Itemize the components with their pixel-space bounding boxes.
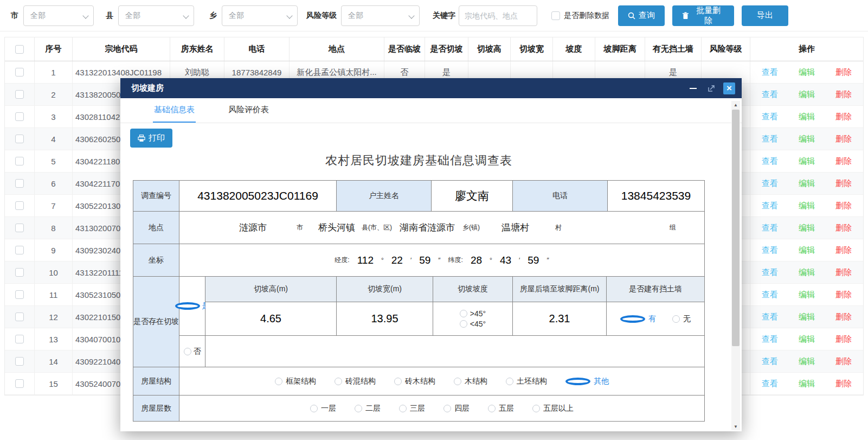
edit-link[interactable]: 编辑 (799, 90, 815, 100)
row-checkbox[interactable] (15, 379, 24, 388)
row-checkbox[interactable] (15, 135, 24, 143)
view-link[interactable]: 查看 (762, 134, 778, 144)
township-select[interactable]: 全部 (222, 5, 298, 26)
risk-select[interactable]: 全部 (341, 5, 420, 26)
edit-link[interactable]: 编辑 (799, 134, 815, 144)
view-link[interactable]: 查看 (762, 245, 778, 256)
view-link[interactable]: 查看 (762, 178, 778, 189)
row-checkbox[interactable] (15, 68, 24, 76)
view-link[interactable]: 查看 (762, 90, 778, 100)
delete-link[interactable]: 删除 (835, 290, 852, 300)
radio-button[interactable] (506, 378, 513, 385)
row-checkbox[interactable] (15, 157, 24, 165)
dialog-scrollbar[interactable]: ▲ ▼ (731, 101, 740, 430)
delete-link[interactable]: 删除 (835, 312, 852, 322)
print-button[interactable]: 打印 (130, 129, 172, 148)
row-checkbox[interactable] (15, 201, 24, 210)
radio-button[interactable] (620, 315, 645, 323)
radio-button[interactable] (532, 405, 540, 412)
scrollbar-thumb[interactable] (732, 110, 740, 346)
edit-link[interactable]: 编辑 (799, 379, 815, 389)
slope-yes-radio[interactable] (175, 302, 200, 310)
row-checkbox[interactable] (15, 335, 24, 343)
delete-link[interactable]: 删除 (835, 134, 852, 144)
view-link[interactable]: 查看 (762, 290, 778, 300)
radio-button[interactable] (275, 378, 282, 385)
batch-delete-button[interactable]: 批量删除 (672, 5, 734, 26)
edit-link[interactable]: 编辑 (799, 312, 815, 322)
county-select[interactable]: 全部 (118, 5, 194, 26)
radio-button[interactable] (443, 405, 451, 412)
radio-button[interactable] (335, 378, 342, 385)
radio-button[interactable] (310, 405, 318, 412)
delete-link[interactable]: 删除 (835, 267, 852, 278)
edit-link[interactable]: 编辑 (799, 267, 815, 278)
scroll-up-icon[interactable]: ▲ (731, 101, 740, 109)
view-link[interactable]: 查看 (762, 379, 778, 389)
row-checkbox[interactable] (15, 179, 24, 188)
delete-link[interactable]: 删除 (835, 379, 852, 389)
delete-link[interactable]: 删除 (835, 334, 852, 345)
delete-link[interactable]: 删除 (835, 112, 852, 122)
view-link[interactable]: 查看 (762, 201, 778, 211)
row-checkbox[interactable] (15, 112, 24, 121)
edit-link[interactable]: 编辑 (799, 201, 815, 211)
radio-button[interactable] (565, 378, 590, 385)
edit-link[interactable]: 编辑 (799, 356, 815, 367)
delete-link[interactable]: 删除 (835, 356, 852, 367)
view-link[interactable]: 查看 (762, 356, 778, 367)
row-checkbox[interactable] (15, 313, 24, 321)
delete-link[interactable]: 删除 (835, 201, 852, 211)
view-link[interactable]: 查看 (762, 223, 778, 233)
view-link[interactable]: 查看 (762, 267, 778, 278)
row-checkbox[interactable] (15, 90, 24, 99)
radio-button[interactable] (488, 405, 496, 412)
table-header-row: 序号宗地代码房东姓名电话地点是否临坡是否切坡切坡高切坡宽坡度坡脚距离有无挡土墙风… (5, 37, 863, 61)
delete-link[interactable]: 删除 (835, 223, 852, 233)
row-checkbox[interactable] (15, 268, 24, 277)
delete-link[interactable]: 删除 (835, 90, 852, 100)
select-all-checkbox[interactable] (15, 45, 24, 54)
delete-link[interactable]: 删除 (835, 245, 852, 256)
radio-button[interactable] (454, 378, 461, 385)
radio-button[interactable] (460, 320, 467, 328)
delete-link[interactable]: 删除 (835, 67, 852, 78)
edit-link[interactable]: 编辑 (799, 178, 815, 189)
tab-basic-info[interactable]: 基础信息表 (153, 105, 196, 123)
minimize-button[interactable] (686, 82, 699, 95)
radio-button[interactable] (672, 315, 680, 323)
view-link[interactable]: 查看 (762, 67, 778, 78)
row-checkbox[interactable] (15, 357, 24, 366)
view-link[interactable]: 查看 (762, 156, 778, 167)
edit-link[interactable]: 编辑 (799, 245, 815, 256)
edit-link[interactable]: 编辑 (799, 290, 815, 300)
row-checkbox[interactable] (15, 290, 24, 299)
query-button[interactable]: 查询 (618, 5, 665, 26)
close-button[interactable]: × (723, 82, 735, 94)
delete-link[interactable]: 删除 (835, 156, 852, 167)
radio-button[interactable] (460, 310, 467, 317)
lng-sec: 59 (419, 254, 430, 266)
radio-button[interactable] (394, 378, 402, 385)
edit-link[interactable]: 编辑 (799, 156, 815, 167)
view-link[interactable]: 查看 (762, 112, 778, 122)
scroll-down-icon[interactable]: ▼ (731, 423, 740, 430)
slope-no-radio[interactable] (184, 348, 191, 355)
edit-link[interactable]: 编辑 (799, 334, 815, 345)
edit-link[interactable]: 编辑 (799, 67, 815, 78)
view-link[interactable]: 查看 (762, 312, 778, 322)
radio-button[interactable] (355, 405, 362, 412)
row-checkbox[interactable] (15, 224, 24, 232)
maximize-button[interactable] (705, 82, 718, 95)
show-deleted-checkbox[interactable] (551, 11, 560, 20)
keyword-input[interactable] (459, 5, 537, 26)
view-link[interactable]: 查看 (762, 334, 778, 345)
edit-link[interactable]: 编辑 (799, 112, 815, 122)
delete-link[interactable]: 删除 (835, 178, 852, 189)
city-select[interactable]: 全部 (23, 5, 94, 26)
row-checkbox[interactable] (15, 246, 24, 254)
export-button[interactable]: 导出 (742, 5, 788, 26)
radio-button[interactable] (399, 405, 407, 412)
edit-link[interactable]: 编辑 (799, 223, 815, 233)
tab-risk-evaluation[interactable]: 风险评价表 (227, 105, 270, 123)
